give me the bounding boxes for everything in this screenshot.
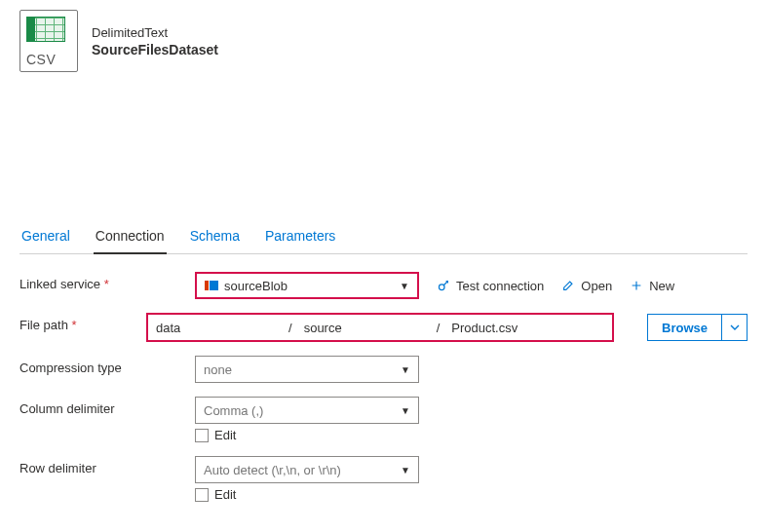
row-delimiter-edit-checkbox[interactable] (195, 488, 209, 502)
file-path-container-input[interactable] (148, 315, 285, 340)
row-delimiter-label: Row delimiter (19, 456, 195, 475)
chevron-down-icon: ▼ (401, 364, 410, 375)
tab-connection[interactable]: Connection (94, 218, 167, 253)
new-button[interactable]: New (630, 279, 674, 293)
chevron-down-icon: ▼ (401, 465, 410, 475)
tab-schema[interactable]: Schema (188, 218, 242, 253)
browse-dropdown-toggle[interactable] (721, 315, 747, 340)
svg-point-0 (439, 285, 444, 290)
linked-service-dropdown[interactable]: sourceBlob ▼ (195, 272, 419, 299)
file-path-file-input[interactable] (443, 315, 614, 340)
test-connection-icon (437, 279, 450, 292)
file-path-label: File path * (19, 313, 146, 332)
row-delimiter-edit-label: Edit (214, 487, 236, 502)
column-delimiter-edit-checkbox[interactable] (195, 429, 209, 442)
compression-type-label: Compression type (19, 356, 195, 375)
compression-type-value: none (204, 362, 232, 377)
path-separator: / (433, 321, 444, 335)
column-delimiter-value: Comma (,) (204, 403, 263, 418)
linked-service-value: sourceBlob (224, 279, 288, 293)
column-delimiter-label: Column delimiter (19, 397, 195, 416)
plus-icon (630, 279, 643, 292)
tab-parameters[interactable]: Parameters (263, 218, 337, 253)
column-delimiter-edit-label: Edit (214, 428, 236, 442)
tab-general[interactable]: General (19, 218, 72, 253)
open-button[interactable]: Open (561, 279, 612, 293)
dataset-name: SourceFilesDataset (92, 42, 218, 57)
row-delimiter-value: Auto detect (\r,\n, or \r\n) (204, 463, 341, 477)
compression-type-dropdown[interactable]: none ▼ (195, 356, 419, 383)
browse-button[interactable]: Browse (647, 314, 748, 341)
pencil-icon (561, 279, 575, 292)
linked-service-label: Linked service * (19, 272, 195, 291)
chevron-down-icon (730, 323, 740, 332)
tab-bar: General Connection Schema Parameters (19, 218, 748, 254)
test-connection-button[interactable]: Test connection (437, 279, 544, 293)
path-separator: / (285, 321, 296, 335)
row-delimiter-dropdown[interactable]: Auto detect (\r,\n, or \r\n) ▼ (195, 456, 419, 483)
dataset-header: CSV DelimitedText SourceFilesDataset (19, 10, 748, 72)
chevron-down-icon: ▼ (400, 281, 409, 291)
chevron-down-icon: ▼ (401, 405, 410, 416)
blob-storage-icon (205, 281, 218, 290)
dataset-type: DelimitedText (92, 25, 218, 40)
file-path-group: / / (146, 313, 614, 342)
file-path-directory-input[interactable] (296, 315, 433, 340)
column-delimiter-dropdown[interactable]: Comma (,) ▼ (195, 397, 419, 424)
csv-file-icon: CSV (19, 10, 78, 72)
